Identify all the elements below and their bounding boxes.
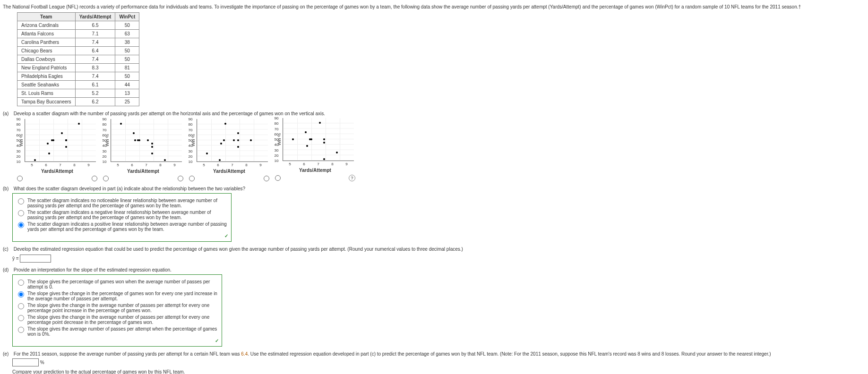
scatter-plot: 10203040506070809056789 [111, 119, 182, 162]
chart-radio[interactable] [275, 175, 281, 181]
part-e-text1: For the 2011 season, suppose the average… [14, 351, 241, 357]
scatter-plot: 10203040506070809056789 [283, 118, 354, 161]
part-a-label: (a) [3, 111, 12, 116]
option-radio[interactable] [18, 291, 24, 298]
yhat-label: ŷ = [12, 256, 19, 261]
table-row: New England Patriots8.381 [17, 64, 139, 72]
compare-text: Compare your prediction to the actual pe… [12, 369, 185, 374]
part-e-label: (e) [3, 351, 12, 357]
checkmark-icon: ✓ [16, 233, 228, 238]
chart-radio[interactable] [189, 176, 195, 181]
part-a-text: Develop a scatter diagram with the numbe… [14, 111, 325, 116]
table-header: Team [17, 13, 76, 21]
x-axis-label: Yards/Attempt [213, 169, 245, 174]
chart-radio[interactable] [92, 176, 97, 181]
option-radio[interactable] [18, 222, 24, 228]
part-d-text: Provide an interpretation for the slope … [14, 267, 172, 272]
chart-radio[interactable] [17, 176, 23, 181]
table-row: Atlanta Falcons7.163 [17, 30, 139, 38]
option-text: The scatter diagram indicates no noticea… [27, 198, 228, 208]
table-header: WinPct [115, 13, 139, 21]
option-text: The scatter diagram indicates a positive… [27, 221, 228, 232]
part-b-text: What does the scatter diagram developed … [14, 186, 245, 191]
option-text: The slope gives the change in the averag… [27, 314, 219, 325]
checkmark-icon: ✓ [16, 338, 219, 343]
option-radio[interactable] [18, 327, 24, 333]
x-axis-label: Yards/Attempt [127, 169, 159, 174]
part-c-label: (c) [3, 246, 12, 252]
pct-label: % [40, 360, 44, 365]
chart-radio[interactable] [178, 176, 183, 181]
chart-radio[interactable] [264, 176, 269, 181]
option-radio[interactable] [18, 303, 24, 309]
option-text: The scatter diagram indicates a negative… [27, 210, 228, 220]
table-row: Seattle Seahawks6.144 [17, 81, 139, 89]
table-row: Arizona Cardinals6.550 [17, 21, 139, 30]
table-row: Philadelphia Eagles7.450 [17, 72, 139, 81]
option-radio[interactable] [18, 210, 24, 216]
option-radio[interactable] [18, 315, 24, 321]
option-radio[interactable] [18, 280, 24, 286]
x-axis-label: Yards/Attempt [41, 169, 73, 174]
option-text: The slope gives the change in the averag… [27, 303, 219, 313]
option-text: The slope gives the average number of pa… [27, 326, 219, 337]
option-text: The slope gives the change in the percen… [27, 291, 219, 301]
chart-radio[interactable] [103, 176, 109, 181]
table-row: Carolina Panthers7.438 [17, 38, 139, 47]
part-d-label: (d) [3, 267, 12, 272]
x-axis-label: Yards/Attempt [299, 168, 331, 173]
table-row: Tampa Bay Buccaneers6.225 [17, 98, 139, 106]
option-text: The slope gives the percentage of games … [27, 279, 219, 289]
part-b-answer-box: The scatter diagram indicates no noticea… [12, 193, 232, 242]
part-d-answer-box: The slope gives the percentage of games … [12, 274, 222, 347]
data-table: TeamYards/AttemptWinPct Arizona Cardinal… [17, 12, 139, 106]
scatter-plot: 10203040506070809056789 [25, 119, 96, 162]
help-icon[interactable]: ? [349, 175, 355, 181]
table-header: Yards/Attempt [75, 13, 115, 21]
part-b-label: (b) [3, 186, 12, 191]
predicted-pct-input[interactable] [12, 358, 39, 366]
part-c-text: Develop the estimated regression equatio… [14, 246, 463, 252]
regression-equation-input[interactable] [20, 255, 51, 263]
table-row: Chicago Bears6.450 [17, 47, 139, 55]
table-row: Dallas Cowboys7.450 [17, 55, 139, 64]
scatter-plot: 10203040506070809056789 [197, 119, 268, 162]
intro-text: The National Football League (NFL) recor… [3, 4, 865, 9]
option-radio[interactable] [18, 198, 24, 204]
part-e-value: 6.4 [241, 351, 248, 357]
table-row: St. Louis Rams5.213 [17, 89, 139, 98]
part-e-text2: . Use the estimated regression equation … [248, 351, 771, 357]
